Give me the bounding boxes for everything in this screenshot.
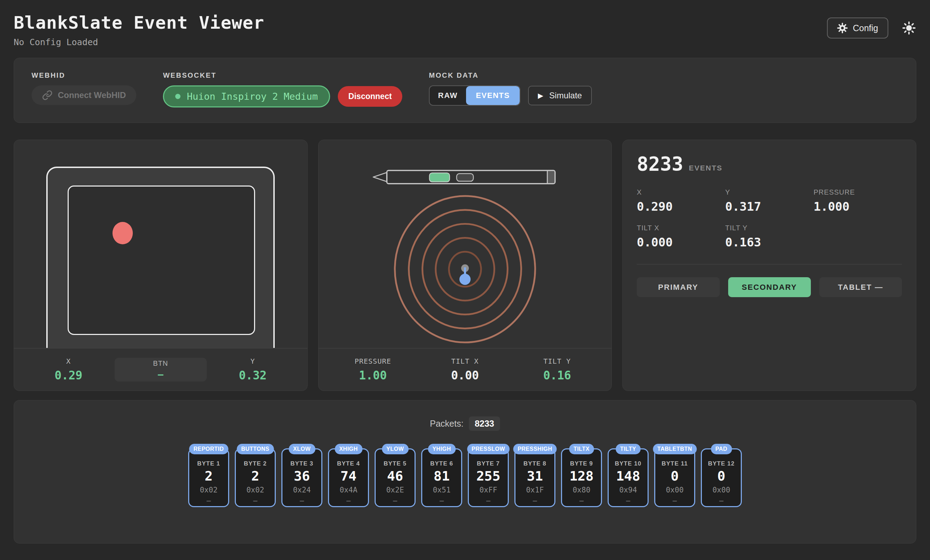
byte-bit: – — [562, 496, 601, 505]
stat-pressure: PRESSURE 1.000 — [814, 188, 902, 213]
theme-toggle-button[interactable] — [902, 21, 916, 35]
byte-hex: 0xFF — [469, 486, 508, 494]
stat-y: Y 0.317 — [725, 188, 814, 213]
stat-pressure-label: PRESSURE — [814, 188, 902, 196]
mockdata-controls: RAW EVENTS ▶ Simulate — [429, 85, 592, 106]
byte-hex: 0x02 — [236, 486, 275, 494]
byte-card: TABLETBTN BYTE 11 0 0x00 – — [654, 448, 695, 507]
packets-header: Packets: 8233 — [430, 416, 500, 431]
byte-bit: – — [469, 496, 508, 505]
byte-index: BYTE 5 — [376, 460, 414, 467]
byte-decimal: 148 — [609, 468, 648, 484]
link-icon — [42, 90, 52, 100]
byte-badge: YHIGH — [428, 444, 456, 454]
events-tab[interactable]: EVENTS — [466, 86, 520, 105]
byte-index: BYTE 6 — [422, 460, 461, 467]
byte-hex: 0x4A — [329, 486, 368, 494]
byte-decimal: 2 — [189, 468, 228, 484]
events-divider — [637, 264, 902, 265]
byte-badge: PAD — [711, 444, 732, 454]
byte-badge: XHIGH — [335, 444, 362, 454]
config-status-text: No Config Loaded — [14, 37, 264, 47]
byte-badge: REPORTID — [189, 444, 228, 454]
byte-badge: PRESSLOW — [467, 444, 510, 454]
byte-card: PRESSLOW BYTE 7 255 0xFF – — [468, 448, 509, 507]
raw-tab[interactable]: RAW — [430, 86, 466, 105]
pen-panel: PRESSURE 1.00 TILT X 0.00 TILT Y 0.16 — [318, 140, 612, 391]
sun-icon — [902, 21, 916, 35]
stat-y-label: Y — [725, 188, 814, 196]
status-dot-icon — [175, 94, 180, 99]
tilt-vector-dot — [459, 274, 471, 285]
byte-card: TILTX BYTE 9 128 0x80 – — [561, 448, 602, 507]
byte-bit: – — [609, 496, 648, 505]
tablet-y-value: 0.32 — [239, 368, 266, 382]
byte-bit: – — [655, 496, 694, 505]
byte-index: BYTE 7 — [469, 460, 508, 467]
secondary-button[interactable]: SECONDARY — [728, 277, 811, 297]
play-icon: ▶ — [538, 91, 543, 100]
disconnect-button[interactable]: Disconnect — [338, 86, 402, 107]
byte-decimal: 36 — [282, 468, 321, 484]
config-button[interactable]: Config — [827, 17, 888, 38]
event-count: 8233 — [637, 153, 683, 175]
websocket-section: WEBSOCKET Huion Inspiroy 2 Medium Discon… — [163, 71, 402, 123]
byte-cards-row: REPORTID BYTE 1 2 0x02 – BUTTONS BYTE 2 … — [188, 448, 742, 507]
webhid-section: WEBHID Connect WebHID — [32, 71, 136, 123]
byte-hex: 0x80 — [562, 486, 601, 494]
simulate-label: Simulate — [549, 91, 582, 100]
tilty-stat: TILT Y 0.16 — [511, 357, 603, 382]
byte-decimal: 74 — [329, 468, 368, 484]
byte-badge: TILTX — [569, 444, 594, 454]
byte-badge: PRESSHIGH — [513, 444, 557, 454]
stat-x: X 0.290 — [637, 188, 725, 213]
stat-tilty-label: TILT Y — [725, 224, 814, 232]
byte-card: TILTY BYTE 10 148 0x94 – — [608, 448, 648, 507]
packets-count: 8233 — [469, 416, 500, 431]
pressure-value: 1.00 — [359, 368, 386, 382]
byte-hex: 0x00 — [702, 486, 741, 494]
byte-decimal: 128 — [562, 468, 601, 484]
byte-bit: – — [329, 496, 368, 505]
pen-panel-footer: PRESSURE 1.00 TILT X 0.00 TILT Y 0.16 — [319, 348, 612, 391]
websocket-status-pill: Huion Inspiroy 2 Medium — [163, 85, 330, 107]
tilty-value: 0.16 — [543, 368, 571, 382]
byte-card: XLOW BYTE 3 36 0x24 – — [282, 448, 322, 507]
tilt-rings — [390, 190, 540, 348]
tiltx-stat: TILT X 0.00 — [419, 357, 511, 382]
byte-decimal: 255 — [469, 468, 508, 484]
config-button-label: Config — [853, 23, 878, 33]
tablet-btn-value: – — [158, 369, 163, 380]
mockdata-label: MOCK DATA — [429, 71, 592, 80]
connect-webhid-button[interactable]: Connect WebHID — [32, 85, 136, 105]
tablet-button[interactable]: TABLET — — [819, 277, 902, 297]
pen-button-states: PRIMARY SECONDARY TABLET — — [637, 277, 902, 297]
stat-tiltx-label: TILT X — [637, 224, 725, 232]
byte-bit: – — [516, 496, 554, 505]
byte-decimal: 81 — [422, 468, 461, 484]
stat-tiltx: TILT X 0.000 — [637, 224, 725, 249]
pen-primary-button-icon — [429, 173, 450, 182]
stat-x-value: 0.290 — [637, 199, 725, 213]
tablet-btn-indicator: BTN – — [115, 358, 207, 382]
tablet-outline — [46, 167, 275, 348]
byte-badge: TABLETBTN — [653, 444, 697, 454]
byte-bit: – — [422, 496, 461, 505]
simulate-button[interactable]: ▶ Simulate — [528, 86, 592, 105]
byte-card: BUTTONS BYTE 2 2 0x02 – — [235, 448, 276, 507]
websocket-controls: Huion Inspiroy 2 Medium Disconnect — [163, 85, 402, 107]
byte-badge: XLOW — [289, 444, 316, 454]
pressure-stat: PRESSURE 1.00 — [327, 357, 419, 382]
primary-button[interactable]: PRIMARY — [637, 277, 719, 297]
gear-icon — [837, 23, 848, 33]
byte-decimal: 0 — [702, 468, 741, 484]
byte-decimal: 31 — [516, 468, 554, 484]
byte-index: BYTE 3 — [282, 460, 321, 467]
mockdata-section: MOCK DATA RAW EVENTS ▶ Simulate — [429, 71, 592, 123]
stat-tilty-value: 0.163 — [725, 235, 814, 249]
byte-card: PRESSHIGH BYTE 8 31 0x1F – — [514, 448, 556, 507]
byte-hex: 0x2E — [376, 486, 414, 494]
pen-illustration — [370, 167, 560, 187]
tablet-y-label: Y — [251, 357, 255, 365]
title-block: BlankSlate Event Viewer No Config Loaded — [14, 11, 264, 47]
